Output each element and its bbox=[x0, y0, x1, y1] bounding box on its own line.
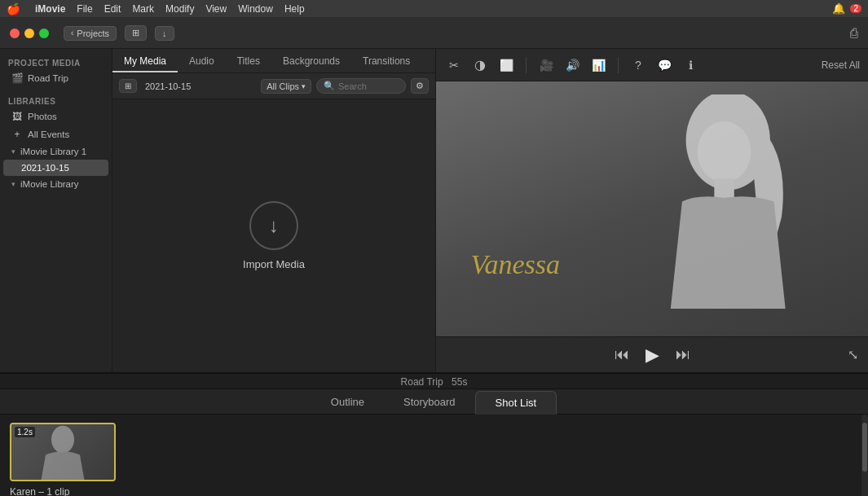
all-clips-label: All Clips bbox=[267, 81, 299, 91]
sidebar-item-all-events[interactable]: + All Events bbox=[3, 125, 108, 143]
close-button[interactable] bbox=[10, 29, 20, 38]
clip-label: Karen – 1 clip bbox=[10, 486, 858, 496]
media-toolbar: ⊞ 2021-10-15 All Clips ▾ 🔍 ⚙ bbox=[112, 73, 435, 99]
library-1-label: iMovie Library 1 bbox=[20, 147, 86, 156]
import-area[interactable]: ↓ Import Media bbox=[112, 99, 435, 372]
preview-panel: ✂ ◑ ⬜ 🎥 🔊 📊 ? 💬 ℹ Reset All bbox=[436, 49, 868, 372]
tab-my-media[interactable]: My Media bbox=[112, 51, 178, 72]
character-name-text: Vanessa bbox=[470, 249, 560, 280]
grid-toggle-icon: ⊞ bbox=[125, 81, 131, 90]
separator-1 bbox=[526, 57, 527, 73]
tab-audio[interactable]: Audio bbox=[178, 51, 226, 72]
grid-icon: ⊞ bbox=[132, 28, 139, 38]
timeline-scrollbar[interactable] bbox=[861, 415, 868, 496]
character-silhouette bbox=[631, 94, 826, 324]
import-label: Import Media bbox=[243, 258, 305, 270]
sort-icon: ↓ bbox=[162, 29, 167, 38]
skip-forward-button[interactable]: ⏭ bbox=[676, 346, 690, 363]
svg-point-1 bbox=[697, 121, 751, 182]
skip-back-button[interactable]: ⏮ bbox=[615, 346, 629, 363]
video-preview: Vanessa bbox=[436, 81, 868, 336]
aspect-icon[interactable]: ⬜ bbox=[496, 55, 516, 75]
notification-icon[interactable]: 🔔 bbox=[832, 2, 845, 15]
preview-toolbar: ✂ ◑ ⬜ 🎥 🔊 📊 ? 💬 ℹ Reset All bbox=[436, 49, 868, 81]
minimize-button[interactable] bbox=[24, 29, 34, 38]
sidebar-item-road-trip[interactable]: 🎬 Road Trip bbox=[3, 69, 108, 87]
tab-transitions[interactable]: Transitions bbox=[351, 51, 421, 72]
libraries-label: LIBRARIES bbox=[0, 94, 112, 108]
media-panel: My Media Audio Titles Backgrounds Transi… bbox=[112, 49, 436, 372]
help-icon[interactable]: ? bbox=[628, 55, 648, 75]
menubar-window[interactable]: Window bbox=[238, 3, 273, 15]
notification-badge: 2 bbox=[850, 4, 861, 13]
all-clips-button[interactable]: All Clips ▾ bbox=[261, 79, 311, 94]
all-clips-chevron-icon: ▾ bbox=[302, 82, 306, 90]
fullscreen-button[interactable] bbox=[39, 29, 49, 38]
photos-icon: 🖼 bbox=[11, 111, 23, 122]
color-icon[interactable]: ◑ bbox=[470, 55, 490, 75]
media-tab-bar: My Media Audio Titles Backgrounds Transi… bbox=[112, 49, 435, 73]
camera-icon[interactable]: 🎥 bbox=[536, 55, 556, 75]
speech-icon[interactable]: 💬 bbox=[654, 55, 674, 75]
media-date: 2021-10-15 bbox=[145, 81, 191, 91]
disclosure-arrow-2-icon: ▾ bbox=[11, 180, 15, 188]
settings-icon: ⚙ bbox=[416, 81, 424, 90]
clip-silhouette-icon bbox=[34, 424, 91, 481]
audio-icon[interactable]: 🔊 bbox=[562, 55, 582, 75]
projects-button[interactable]: ‹ Projects bbox=[64, 26, 117, 41]
import-icon-circle: ↓ bbox=[249, 201, 298, 250]
all-events-label: All Events bbox=[28, 129, 69, 139]
apple-menu[interactable]: 🍎 bbox=[7, 2, 20, 15]
info-icon[interactable]: ℹ bbox=[681, 55, 700, 75]
events-icon: + bbox=[11, 129, 23, 140]
tab-outline[interactable]: Outline bbox=[311, 391, 384, 415]
library-label: iMovie Library bbox=[20, 179, 79, 189]
menubar-edit[interactable]: Edit bbox=[104, 3, 121, 15]
project-media-label: PROJECT MEDIA bbox=[0, 55, 112, 69]
menubar-file[interactable]: File bbox=[77, 3, 92, 15]
grid-view-button[interactable]: ⊞ bbox=[125, 25, 147, 41]
timeline-duration: 55s bbox=[452, 376, 467, 388]
storyboard-area: 1.2s Karen – 1 clip bbox=[0, 415, 868, 496]
sidebar-item-imovie-library[interactable]: ▾ iMovie Library bbox=[3, 176, 108, 192]
sort-button[interactable]: ↓ bbox=[155, 26, 174, 41]
menubar-mark[interactable]: Mark bbox=[132, 3, 154, 15]
tab-backgrounds[interactable]: Backgrounds bbox=[271, 51, 351, 72]
settings-button[interactable]: ⚙ bbox=[411, 78, 429, 94]
chart-icon[interactable]: 📊 bbox=[588, 55, 608, 75]
search-input[interactable] bbox=[338, 81, 403, 91]
reset-all-button[interactable]: Reset All bbox=[822, 59, 860, 71]
crop-icon[interactable]: ✂ bbox=[444, 55, 464, 75]
projects-label: Projects bbox=[77, 29, 109, 38]
menubar-view[interactable]: View bbox=[205, 3, 227, 15]
tab-titles[interactable]: Titles bbox=[226, 51, 271, 72]
import-arrow-icon: ↓ bbox=[269, 214, 279, 237]
share-icon[interactable]: ⎙ bbox=[850, 26, 858, 41]
tab-storyboard[interactable]: Storyboard bbox=[384, 391, 475, 415]
clip-thumbnail[interactable]: 1.2s bbox=[10, 423, 116, 481]
road-trip-label: Road Trip bbox=[28, 73, 68, 83]
menubar-modify[interactable]: Modify bbox=[165, 3, 194, 15]
tab-shot-list[interactable]: Shot List bbox=[475, 391, 557, 415]
disclosure-arrow-icon: ▾ bbox=[11, 147, 15, 156]
date-label: 2021-10-15 bbox=[21, 163, 69, 173]
photos-label: Photos bbox=[28, 112, 57, 121]
menubar-help[interactable]: Help bbox=[284, 3, 305, 15]
traffic-lights bbox=[10, 29, 49, 38]
sidebar-item-imovie-library-1[interactable]: ▾ iMovie Library 1 bbox=[3, 143, 108, 160]
timeline-bar: Road Trip 55s bbox=[0, 373, 868, 388]
clip-duration: 1.2s bbox=[15, 427, 35, 437]
sidebar-item-date[interactable]: 2021-10-15 bbox=[3, 160, 108, 176]
search-icon: 🔍 bbox=[324, 81, 335, 91]
clip-track: 1.2s bbox=[10, 423, 858, 481]
grid-toggle-button[interactable]: ⊞ bbox=[119, 79, 137, 93]
titlebar: ‹ Projects ⊞ ↓ ⎙ bbox=[0, 18, 868, 49]
bottom-tabs: Outline Storyboard Shot List bbox=[0, 388, 868, 415]
search-box[interactable]: 🔍 bbox=[316, 78, 406, 94]
fullscreen-icon[interactable]: ⤡ bbox=[848, 347, 858, 362]
menubar-imovie[interactable]: iMovie bbox=[35, 3, 65, 15]
sidebar-item-photos[interactable]: 🖼 Photos bbox=[3, 108, 108, 125]
chevron-left-icon: ‹ bbox=[71, 29, 73, 37]
play-button[interactable]: ▶ bbox=[645, 345, 659, 366]
playback-controls: ⏮ ▶ ⏭ ⤡ bbox=[436, 336, 868, 372]
